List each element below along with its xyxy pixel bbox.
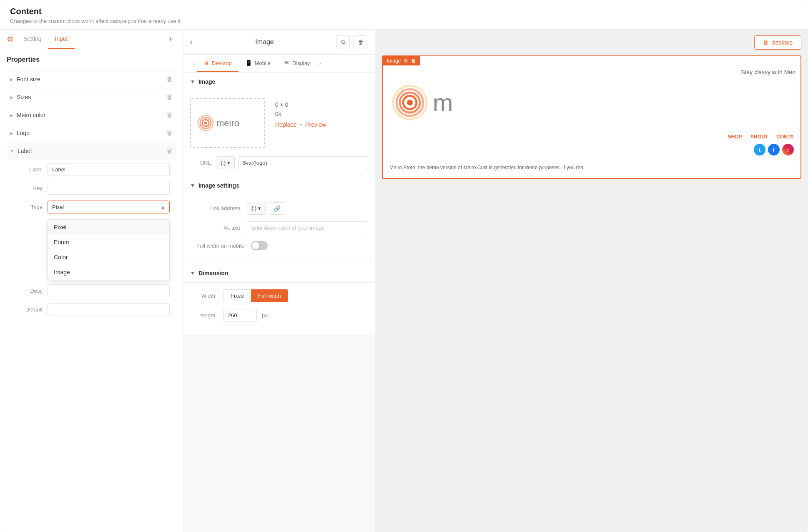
properties-title: Properties	[7, 56, 176, 63]
image-settings-header[interactable]: ▼ Image settings	[183, 176, 375, 195]
delete-font-size-button[interactable]: 🗑	[166, 75, 173, 83]
default-field-row: Default	[13, 303, 170, 316]
tab-display[interactable]: 👁 Display	[277, 55, 317, 72]
height-row: height px	[190, 309, 368, 322]
full-width-toggle[interactable]	[251, 241, 268, 250]
separator: •	[300, 121, 302, 128]
dimension-section: ▼ Dimension Width Fixed Full width he	[183, 264, 375, 335]
twitter-icon[interactable]: t	[754, 144, 765, 156]
dropdown-item-color[interactable]: Color	[48, 250, 169, 265]
delete-label-button[interactable]: 🗑	[166, 147, 173, 155]
tab-input[interactable]: Input	[48, 30, 75, 49]
width-label: Width	[190, 293, 215, 299]
dropdown-item-enum[interactable]: Enum	[48, 235, 169, 250]
collapse-arrow-icon: ▶	[10, 131, 13, 136]
preview-meiro-logo: m	[391, 84, 508, 121]
about-link[interactable]: ABOUT	[750, 134, 768, 140]
alt-text-input[interactable]	[247, 221, 368, 234]
dimension-section-arrow: ▼	[190, 270, 195, 276]
shop-link[interactable]: SHOP	[728, 134, 742, 140]
link-icon-button[interactable]: 🔗	[269, 202, 285, 215]
image-actions: Replace • Preview	[275, 121, 326, 128]
tab-add-button[interactable]: +	[165, 31, 176, 48]
image-section-arrow: ▼	[190, 79, 195, 85]
replace-button[interactable]: Replace	[275, 121, 296, 128]
tab-desktop[interactable]: 🖥 Desktop	[197, 55, 238, 72]
prop-row-sizes[interactable]: ▶ Sizes 🗑	[7, 88, 176, 106]
preview-delete-icon[interactable]: 🗑	[411, 58, 416, 64]
preview-topbar: 🖥 desktop	[375, 30, 808, 55]
right-panel: 🖥 desktop Image ⧉ 🗑 Stay classy with Mei…	[375, 30, 808, 532]
svg-point-9	[407, 100, 413, 105]
page-header: Content Changes to the custom block won'…	[0, 0, 808, 30]
contact-link[interactable]: CONTA	[776, 134, 794, 140]
code-variable-button[interactable]: {:} ▾	[216, 156, 235, 169]
meiro-logo-image: meiro	[196, 113, 259, 133]
dropdown-item-pixel[interactable]: Pixel	[48, 220, 169, 235]
full-width-row: Full width on mobile	[190, 241, 368, 250]
delete-button[interactable]: 🗑	[353, 35, 368, 48]
prop-row-label[interactable]: ▼ Label 🗑	[7, 142, 176, 160]
desc-field-label: Desc	[13, 288, 43, 294]
label-field-label: Label	[13, 166, 43, 173]
dimension-section-header[interactable]: ▼ Dimension	[183, 264, 375, 283]
header-actions: ⧉ 🗑	[336, 35, 368, 48]
fixed-width-button[interactable]: Fixed	[223, 289, 251, 302]
image-section: ▼ Image	[183, 73, 375, 176]
image-settings-body: Link address {:} ▾ 🔗 Alt text	[183, 195, 375, 263]
svg-point-3	[204, 122, 207, 124]
url-label: URL	[190, 160, 211, 166]
preview-label-bar: Image ⧉ 🗑	[383, 56, 420, 65]
preview-logo-area: m	[383, 75, 800, 130]
tab-setting[interactable]: Setting	[17, 30, 48, 49]
instagram-icon[interactable]: i	[782, 144, 794, 156]
image-info: 0 × 0 0k Replace • Preview	[275, 98, 326, 128]
left-panel: ⚙ Setting Input + Properties ▶ Font size…	[0, 30, 183, 532]
delete-sizes-button[interactable]: 🗑	[166, 93, 173, 101]
middle-header: ‹ Image ⧉ 🗑	[183, 30, 375, 55]
alt-text-label: Alt text	[190, 225, 240, 231]
image-placeholder[interactable]: meiro	[190, 98, 265, 148]
type-dropdown-menu: Pixel Enum Color Image	[48, 219, 170, 280]
tab-mobile[interactable]: 📱 Mobile	[238, 55, 277, 72]
image-section-header[interactable]: ▼ Image	[183, 73, 375, 91]
delete-meiro-color-button[interactable]: 🗑	[166, 111, 173, 119]
collapse-arrow-icon: ▶	[10, 113, 13, 118]
main-layout: ⚙ Setting Input + Properties ▶ Font size…	[0, 30, 808, 532]
link-code-variable-button[interactable]: {:} ▾	[247, 202, 266, 215]
svg-text:meiro: meiro	[216, 118, 239, 128]
back-button[interactable]: ‹	[190, 38, 193, 46]
collapse-arrow-icon: ▶	[10, 95, 13, 100]
preview-button[interactable]: Preview	[305, 121, 326, 128]
next-tab-arrow[interactable]: ›	[317, 55, 324, 71]
page-title: Content	[10, 7, 798, 16]
preview-content: Image ⧉ 🗑 Stay classy with Meir	[382, 55, 801, 179]
facebook-icon[interactable]: f	[768, 144, 780, 156]
key-field-input[interactable]	[48, 182, 170, 195]
link-address-label: Link address	[190, 205, 240, 211]
dropdown-arrow-icon: ▾	[227, 160, 230, 166]
desc-field-input[interactable]	[48, 284, 170, 297]
prop-row-meiro-color[interactable]: ▶ Meiro color 🗑	[7, 106, 176, 124]
height-input[interactable]	[223, 309, 257, 322]
preview-nav-text: Stay classy with Meir	[383, 56, 800, 75]
preview-copy-icon[interactable]: ⧉	[404, 58, 408, 64]
url-input[interactable]	[238, 156, 368, 169]
middle-panel: ‹ Image ⧉ 🗑 ‹ 🖥 Desktop 📱 Mobile	[183, 30, 375, 532]
prop-row-logo[interactable]: ▶ Logo 🗑	[7, 124, 176, 142]
type-select[interactable]: Pixel Enum Color Image	[48, 201, 170, 213]
delete-logo-button[interactable]: 🗑	[166, 129, 173, 137]
default-field-input[interactable]	[48, 303, 170, 316]
full-width-button[interactable]: Full width	[251, 289, 288, 302]
desktop-preview-button[interactable]: 🖥 desktop	[754, 35, 801, 50]
label-field-input[interactable]	[48, 163, 170, 176]
copy-button[interactable]: ⧉	[336, 35, 350, 48]
link-address-row: Link address {:} ▾ 🔗	[190, 202, 368, 215]
preview-socials: t f i	[383, 144, 800, 160]
dropdown-item-image[interactable]: Image	[48, 265, 169, 280]
dimension-section-title: Dimension	[198, 270, 228, 276]
prop-row-font-size[interactable]: ▶ Font size 🗑	[7, 70, 176, 88]
image-settings-section: ▼ Image settings Link address {:} ▾ 🔗	[183, 176, 375, 263]
prev-tab-arrow[interactable]: ‹	[190, 55, 197, 71]
width-btn-group: Fixed Full width	[223, 289, 288, 302]
